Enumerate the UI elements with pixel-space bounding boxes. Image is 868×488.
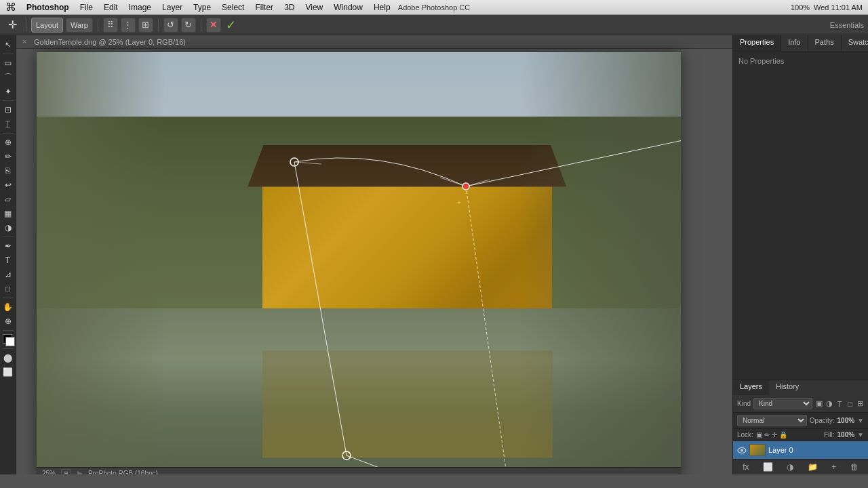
- opacity-value: 100%: [837, 417, 855, 424]
- lock-all-icon[interactable]: 🔒: [779, 431, 787, 439]
- move-tool[interactable]: ↖: [1, 38, 15, 52]
- canvas-info-box[interactable]: ⊞: [61, 469, 71, 475]
- shape-filter-icon[interactable]: □: [846, 399, 854, 409]
- fill-label: Fill:: [824, 431, 835, 439]
- add-layer-style-button[interactable]: fx: [743, 462, 749, 472]
- tab-close-button[interactable]: ✕: [22, 38, 27, 45]
- type-filter-icon[interactable]: T: [835, 399, 843, 409]
- layer-thumbnail-0: [749, 444, 766, 456]
- undo-icon[interactable]: ↻: [181, 18, 196, 33]
- crop-tool[interactable]: ⊡: [1, 103, 15, 117]
- tab-info[interactable]: Info: [781, 35, 808, 51]
- screen-mode-tool[interactable]: ⬜: [1, 365, 15, 379]
- options-bar: ✛ Layout Warp ⠿ ⋮ ⊞ ↺ ↻ ✕ ✓ Essentials: [0, 15, 868, 35]
- menu-photoshop[interactable]: Photoshop: [22, 1, 74, 14]
- blend-mode-row: Normal Dissolve Multiply Screen Overlay …: [733, 413, 868, 429]
- brush-tool[interactable]: ✏: [1, 150, 15, 163]
- grid-horizontal-icon[interactable]: ⠿: [103, 18, 118, 33]
- tab-layers[interactable]: Layers: [733, 380, 769, 395]
- smart-filter-icon[interactable]: ⊞: [856, 399, 864, 409]
- lock-icons: ▣ ✏ ✛ 🔒: [756, 431, 787, 439]
- lock-transparent-icon[interactable]: ▣: [756, 431, 762, 439]
- layer-visibility-0[interactable]: [737, 445, 747, 455]
- delete-layer-button[interactable]: 🗑: [850, 462, 859, 472]
- layer-kind-filter[interactable]: Kind Name Effect Mode Attribute Color Sm…: [753, 398, 812, 409]
- opacity-arrow[interactable]: ▼: [857, 417, 864, 424]
- menu-select[interactable]: Select: [217, 1, 249, 14]
- canvas[interactable]: + 25% ⊞ ProPhoto RGB (16bpc): [37, 52, 681, 474]
- dodge-tool[interactable]: ◑: [1, 221, 15, 235]
- eyedropper-tool[interactable]: ⌶: [1, 117, 15, 131]
- properties-content: No Properties: [733, 52, 868, 380]
- layer-list: Layer 0: [733, 441, 868, 459]
- fill-arrow[interactable]: ▼: [857, 431, 864, 439]
- menu-file[interactable]: File: [75, 1, 98, 14]
- tab-paths[interactable]: Paths: [808, 35, 842, 51]
- warp-button[interactable]: Warp: [66, 18, 93, 33]
- menu-window[interactable]: Window: [329, 1, 368, 14]
- menu-help[interactable]: Help: [369, 1, 395, 14]
- lock-paint-icon[interactable]: ✏: [764, 431, 770, 439]
- menu-filter[interactable]: Filter: [250, 1, 278, 14]
- cancel-button[interactable]: ✕: [206, 18, 221, 33]
- blend-mode-select[interactable]: Normal Dissolve Multiply Screen Overlay: [737, 415, 807, 426]
- move-tool-icon: ✛: [4, 18, 21, 33]
- new-layer-button[interactable]: +: [831, 462, 836, 472]
- pixel-filter-icon[interactable]: ▣: [815, 399, 823, 409]
- reset-icon[interactable]: ↺: [163, 18, 178, 33]
- marquee-tool[interactable]: ▭: [1, 56, 15, 70]
- gradient-tool[interactable]: ▦: [1, 207, 15, 220]
- shape-tool[interactable]: □: [1, 282, 15, 296]
- foreground-color[interactable]: [1, 333, 15, 346]
- tool-separator-5: [3, 298, 14, 298]
- kind-label: Kind: [737, 400, 751, 407]
- menu-image[interactable]: Image: [124, 1, 156, 14]
- lasso-tool[interactable]: ⌒: [1, 70, 15, 84]
- document-tab[interactable]: GoldenTemple.dng @ 25% (Layer 0, RGB/16): [30, 37, 190, 47]
- stamp-tool[interactable]: ⎘: [1, 164, 15, 178]
- path-tool[interactable]: ⊿: [1, 268, 15, 281]
- layers-filter-row: Kind Kind Name Effect Mode Attribute Col…: [733, 395, 868, 413]
- tab-history[interactable]: History: [769, 380, 806, 395]
- pen-tool[interactable]: ✒: [1, 239, 15, 253]
- adjustment-filter-icon[interactable]: ◑: [825, 399, 833, 409]
- healing-tool[interactable]: ⊕: [1, 136, 15, 149]
- canvas-area[interactable]: ✕ GoldenTemple.dng @ 25% (Layer 0, RGB/1…: [16, 35, 732, 474]
- quick-mask-tool[interactable]: ⬤: [1, 351, 15, 365]
- grid-both-icon[interactable]: ⊞: [138, 18, 153, 33]
- toolbar-separator-4: [201, 18, 201, 32]
- play-button[interactable]: [77, 471, 83, 475]
- toolbar-separator-3: [158, 18, 159, 32]
- lock-position-icon[interactable]: ✛: [772, 431, 777, 439]
- eraser-tool[interactable]: ▱: [1, 192, 15, 206]
- layer-item-0[interactable]: Layer 0: [733, 441, 868, 459]
- apple-menu[interactable]: ⌘: [5, 1, 16, 14]
- warp-transform-overlay: +: [37, 52, 681, 474]
- confirm-button[interactable]: ✓: [224, 18, 239, 33]
- menu-view[interactable]: View: [300, 1, 328, 14]
- tab-properties[interactable]: Properties: [733, 35, 781, 51]
- zoom-tool[interactable]: ⊕: [1, 314, 15, 328]
- svg-line-2: [466, 186, 513, 474]
- layers-bottom-bar: fx ⬜ ◑ 📁 + 🗑: [733, 459, 868, 474]
- menu-3d[interactable]: 3D: [279, 1, 299, 14]
- type-tool[interactable]: T: [1, 253, 15, 267]
- grid-vertical-icon[interactable]: ⋮: [121, 18, 136, 33]
- menu-edit[interactable]: Edit: [99, 1, 123, 14]
- layout-button[interactable]: Layout: [31, 18, 63, 33]
- new-adjustment-layer-button[interactable]: ◑: [787, 462, 793, 472]
- menu-type[interactable]: Type: [189, 1, 216, 14]
- tool-separator-4: [3, 237, 14, 237]
- hand-tool[interactable]: ✋: [1, 300, 15, 314]
- menubar: ⌘ Photoshop File Edit Image Layer Type S…: [0, 0, 868, 15]
- menu-layer[interactable]: Layer: [157, 1, 187, 14]
- document-tab-bar: ✕ GoldenTemple.dng @ 25% (Layer 0, RGB/1…: [16, 35, 732, 49]
- magic-wand-tool[interactable]: ✦: [1, 85, 15, 98]
- layer-name-0: Layer 0: [768, 446, 793, 454]
- add-mask-button[interactable]: ⬜: [763, 462, 773, 472]
- new-group-button[interactable]: 📁: [808, 462, 818, 472]
- tab-swatches[interactable]: Swatches: [842, 35, 868, 51]
- history-brush[interactable]: ↩: [1, 178, 15, 192]
- main-layout: ↖ ▭ ⌒ ✦ ⊡ ⌶ ⊕ ✏ ⎘ ↩ ▱ ▦ ◑ ✒ T ⊿ □ ✋ ⊕ ⬤ …: [0, 35, 868, 474]
- toolbar-separator-2: [98, 18, 98, 32]
